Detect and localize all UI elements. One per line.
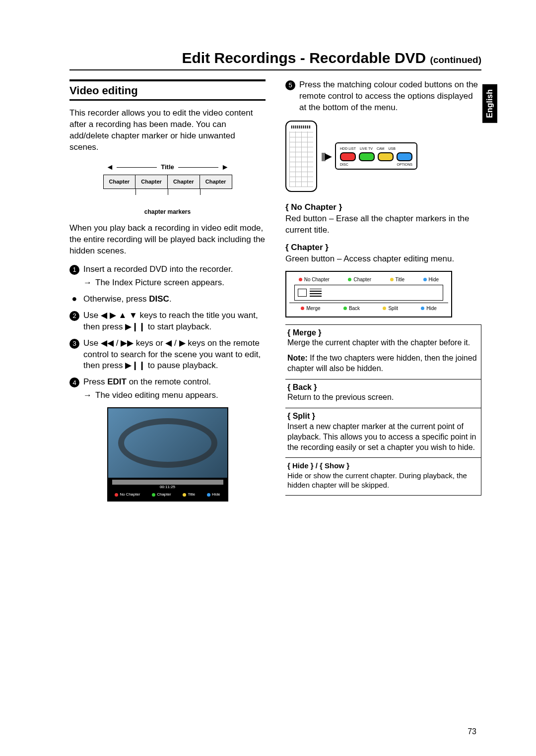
zoom-label: HDD LIST bbox=[340, 146, 356, 151]
back-term: { Back } bbox=[287, 382, 477, 393]
step-2: 2 Use ◀ ▶ ▲ ▼ keys to reach the title yo… bbox=[69, 310, 266, 333]
left-column: Video editing This recorder allows you t… bbox=[69, 79, 266, 502]
merge-term: { Merge } bbox=[287, 328, 477, 338]
submenu-bot-1: Merge bbox=[306, 305, 320, 312]
screenshot-opt-hide: Hide bbox=[212, 492, 220, 498]
green-dot-icon bbox=[348, 278, 351, 281]
table-row-back: { Back } Return to the previous screen. bbox=[285, 379, 481, 409]
step-4-sub: The video editing menu appears. bbox=[95, 390, 218, 401]
submenu-bot-4: Hide bbox=[426, 305, 437, 312]
submenu-top-4: Hide bbox=[429, 276, 439, 283]
chapter-term: { Chapter } bbox=[285, 242, 481, 253]
red-dot-icon bbox=[115, 493, 118, 497]
step-3-text: Use ◀◀ / ▶▶ keys or ◀ / ▶ keys on the re… bbox=[83, 338, 266, 372]
step-1: 1 Insert a recorded DVD into the recorde… bbox=[69, 264, 266, 289]
diagram-chapter-cell: Chapter bbox=[200, 175, 232, 189]
no-chapter-term: { No Chapter } bbox=[285, 202, 481, 213]
step-1-text: Insert a recorded DVD into the recorder. bbox=[83, 264, 233, 274]
submenu-top-3: Title bbox=[396, 276, 405, 283]
yellow-dot-icon bbox=[183, 493, 186, 497]
submenu-bot-2: Back bbox=[349, 305, 360, 312]
diagram-markers-note: chapter markers bbox=[103, 208, 232, 216]
arrow-icon: → bbox=[83, 277, 92, 289]
back-desc: Return to the previous screen. bbox=[287, 392, 477, 403]
step-number-icon: 1 bbox=[69, 265, 79, 275]
table-row-split: { Split } Insert a new chapter marker at… bbox=[285, 408, 481, 458]
bullet-text: Otherwise, press bbox=[83, 294, 149, 304]
section-heading: Video editing bbox=[69, 79, 266, 98]
zoom-label: CAM bbox=[377, 146, 385, 151]
screenshot-opt-no-chapter: No Chapter bbox=[120, 492, 140, 498]
zoom-sub-left: DISC bbox=[340, 162, 348, 167]
intro-paragraph: This recorder allows you to edit the vid… bbox=[69, 108, 266, 153]
page-title-main: Edit Recordings - Recordable DVD bbox=[182, 50, 426, 66]
step-number-icon: 4 bbox=[69, 378, 79, 387]
split-term: { Split } bbox=[287, 411, 477, 422]
hide-desc: Hide or show the current chapter. During… bbox=[287, 471, 477, 490]
yellow-dot-icon bbox=[383, 307, 386, 310]
diagram-chapter-cell: Chapter bbox=[104, 175, 136, 189]
arrow-icon: → bbox=[83, 390, 92, 401]
blue-dot-icon bbox=[421, 307, 424, 310]
diagram-title-label: Title bbox=[161, 163, 174, 172]
disc-bold: DISC bbox=[149, 294, 169, 304]
merge-desc: Merge the current chapter with the chapt… bbox=[287, 338, 477, 348]
zoom-lines-icon: |||▶ bbox=[321, 150, 331, 162]
step-2-text: Use ◀ ▶ ▲ ▼ keys to reach the title you … bbox=[83, 310, 266, 333]
option-no-chapter: { No Chapter } Red button – Erase all th… bbox=[285, 202, 481, 236]
diagram-chapter-cell: Chapter bbox=[168, 175, 200, 189]
option-chapter: { Chapter } Green button – Access chapte… bbox=[285, 242, 481, 265]
page-title-continued: (continued) bbox=[430, 55, 481, 65]
chapter-submenu-screenshot: No Chapter Chapter Title Hide Merge Back… bbox=[285, 271, 452, 317]
red-dot-icon bbox=[301, 307, 304, 310]
step-number-icon: 2 bbox=[69, 311, 79, 321]
right-column: 5 Press the matching colour coded button… bbox=[285, 79, 481, 502]
split-desc: Insert a new chapter marker at the curre… bbox=[287, 422, 477, 452]
red-dot-icon bbox=[299, 278, 302, 281]
table-row-hide: { Hide } / { Show } Hide or show the cur… bbox=[285, 458, 481, 496]
blue-dot-icon bbox=[207, 493, 210, 497]
title-chapter-diagram: ◄ Title ► Chapter Chapter Chapter Chapte… bbox=[103, 162, 232, 216]
step-4-text-c: on the remote control. bbox=[127, 377, 211, 386]
submenu-top-1: No Chapter bbox=[304, 276, 330, 283]
remote-zoom-colour-buttons: HDD LIST LIVE TV CAM USB DISC OPTIONS bbox=[335, 142, 417, 170]
chapter-desc: Green button – Access chapter editing me… bbox=[285, 253, 481, 265]
step-5-text: Press the matching colour coded buttons … bbox=[299, 79, 481, 114]
edit-menu-screenshot: 00:11:25 No Chapter Chapter Title Hide bbox=[107, 407, 228, 502]
green-dot-icon bbox=[343, 307, 347, 310]
step-4: 4 Press EDIT on the remote control. → Th… bbox=[69, 377, 266, 401]
step-3: 3 Use ◀◀ / ▶▶ keys or ◀ / ▶ keys on the … bbox=[69, 338, 266, 372]
submenu-bot-3: Split bbox=[388, 305, 398, 312]
merge-note: If the two chapters were hidden, then th… bbox=[287, 354, 477, 373]
manual-page: Edit Recordings - Recordable DVD (contin… bbox=[0, 0, 536, 521]
submenu-top-2: Chapter bbox=[353, 276, 371, 283]
bullet-otherwise: ● Otherwise, press DISC. bbox=[69, 294, 266, 305]
step-1-sub: The Index Picture screen appears. bbox=[95, 277, 224, 289]
zoom-sub-right: OPTIONS bbox=[397, 162, 413, 167]
step-4-text-a: Press bbox=[83, 377, 107, 386]
remote-body-icon bbox=[285, 121, 317, 192]
yellow-button-icon bbox=[378, 152, 394, 161]
zoom-label: LIVE TV bbox=[360, 146, 373, 151]
step-number-icon: 3 bbox=[69, 339, 79, 349]
no-chapter-desc: Red button – Erase all the chapter marke… bbox=[285, 213, 481, 236]
step-number-icon: 5 bbox=[285, 80, 295, 90]
screenshot-opt-title: Title bbox=[188, 492, 195, 498]
page-number: 73 bbox=[468, 727, 476, 736]
screenshot-opt-chapter: Chapter bbox=[157, 492, 171, 498]
screenshot-timecode: 00:11:25 bbox=[108, 485, 227, 490]
step-5: 5 Press the matching colour coded button… bbox=[285, 79, 481, 114]
page-title: Edit Recordings - Recordable DVD (contin… bbox=[69, 50, 481, 70]
diagram-chapter-cell: Chapter bbox=[135, 175, 168, 189]
chapter-options-table: { Merge } Merge the current chapter with… bbox=[285, 324, 481, 496]
hide-term: { Hide } / { Show } bbox=[287, 461, 477, 471]
bullet-icon: ● bbox=[69, 294, 79, 305]
table-row-merge: { Merge } Merge the current chapter with… bbox=[285, 325, 481, 379]
zoom-label: USB bbox=[388, 146, 395, 151]
merge-note-bold: Note: bbox=[287, 354, 308, 362]
green-button-icon bbox=[359, 152, 375, 161]
green-dot-icon bbox=[152, 493, 155, 497]
playback-paragraph: When you play back a recording in video … bbox=[69, 223, 266, 257]
edit-bold: EDIT bbox=[107, 377, 127, 386]
blue-dot-icon bbox=[423, 278, 427, 281]
